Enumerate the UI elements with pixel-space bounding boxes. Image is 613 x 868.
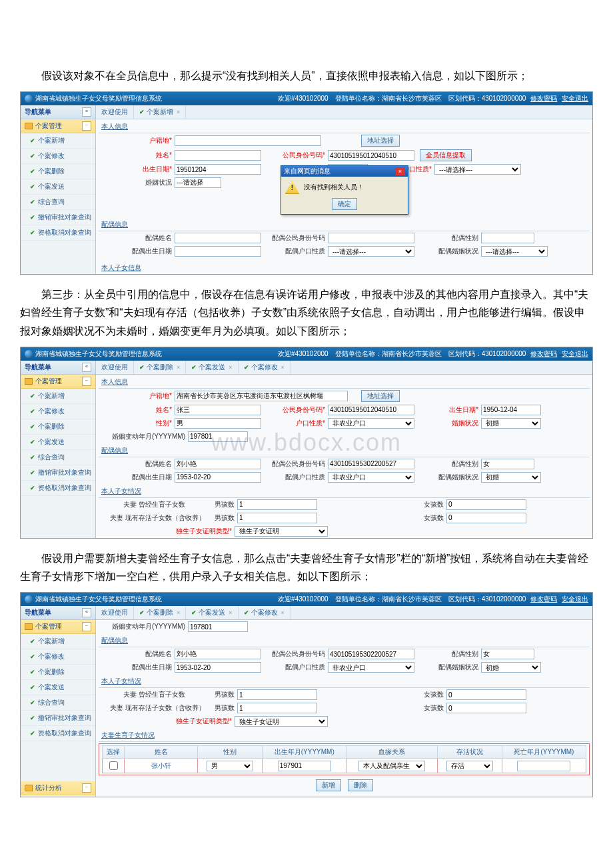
- logout-link[interactable]: 安全退出: [562, 595, 588, 603]
- girls2-input[interactable]: [446, 513, 526, 523]
- nav-revoke[interactable]: ✔撤销审批对象查询: [21, 711, 95, 726]
- nav-edit[interactable]: ✔个案修改: [21, 649, 95, 665]
- addr-select-button[interactable]: 地址选择: [361, 390, 400, 402]
- marriage-change-input[interactable]: [188, 621, 248, 632]
- nav-cancel[interactable]: ✔资格取消对象查询: [21, 481, 95, 496]
- nav-send[interactable]: ✔个案发送: [21, 179, 95, 195]
- child-relation-select[interactable]: 本人及配偶亲生: [358, 761, 425, 771]
- nav-menu-header[interactable]: 导航菜单«: [21, 105, 95, 119]
- nav-edit[interactable]: ✔个案修改: [21, 404, 95, 419]
- tab-edit[interactable]: ✔个案修改×: [239, 606, 291, 619]
- close-icon[interactable]: ×: [177, 109, 180, 115]
- spouse-sex-input[interactable]: [481, 459, 534, 469]
- nav-delete[interactable]: ✔个案删除: [21, 665, 95, 680]
- spouse-name-input[interactable]: [175, 233, 261, 243]
- change-password-link[interactable]: 修改密码: [530, 95, 557, 102]
- marriage-select[interactable]: 初婚: [481, 418, 541, 429]
- child-status-select[interactable]: 存活: [446, 761, 493, 771]
- add-row-button[interactable]: 新增: [316, 779, 341, 791]
- nav-query[interactable]: ✔综合查询: [21, 695, 95, 711]
- nav-menu-header[interactable]: 导航菜单«: [21, 361, 95, 375]
- stats-header[interactable]: 统计分析−: [21, 781, 95, 795]
- tab-add[interactable]: ✔个案新增×: [134, 105, 186, 119]
- spouse-hukou-select[interactable]: 非农业户口: [328, 662, 414, 673]
- birth-input[interactable]: [481, 405, 541, 415]
- spouse-id-input[interactable]: [328, 459, 414, 469]
- marriage-change-input[interactable]: [188, 431, 248, 442]
- collapse-icon[interactable]: −: [82, 121, 91, 131]
- nav-revoke[interactable]: ✔撤销审批对象查询: [21, 210, 95, 225]
- collapse-icon[interactable]: −: [82, 622, 91, 631]
- tab-send[interactable]: ✔个案发送×: [186, 606, 238, 619]
- change-password-link[interactable]: 修改密码: [530, 350, 557, 357]
- spouse-sex-input[interactable]: [481, 649, 534, 659]
- collapse-icon[interactable]: −: [82, 377, 91, 386]
- girls-input[interactable]: [446, 499, 526, 510]
- spouse-sex-input[interactable]: [481, 233, 534, 243]
- child-name-input[interactable]: [135, 761, 188, 771]
- close-icon[interactable]: ×: [396, 167, 405, 175]
- spouse-marriage-select[interactable]: 初婚: [481, 662, 541, 673]
- spouse-name-input[interactable]: [175, 459, 261, 469]
- close-icon[interactable]: ×: [281, 364, 285, 371]
- child-sex-select[interactable]: 男: [207, 761, 253, 771]
- close-icon[interactable]: ×: [281, 609, 285, 616]
- nav-revoke[interactable]: ✔撤销审批对象查询: [21, 465, 95, 481]
- spouse-marriage-select[interactable]: 初婚: [481, 472, 541, 483]
- name-input[interactable]: [175, 405, 261, 415]
- fetch-button[interactable]: 全员信息提取: [420, 149, 472, 161]
- spouse-hukou-select[interactable]: 非农业户口: [328, 472, 414, 483]
- spouse-birth-input[interactable]: [175, 472, 261, 483]
- tab-edit[interactable]: ✔个案修改×: [239, 361, 291, 374]
- delete-row-button[interactable]: 删除: [348, 779, 373, 791]
- nav-add[interactable]: ✔个案新增: [21, 634, 95, 649]
- sex-input[interactable]: [175, 418, 261, 429]
- tab-delete[interactable]: ✔个案删除×: [134, 361, 186, 374]
- nav-delete[interactable]: ✔个案删除: [21, 419, 95, 435]
- nav-cancel[interactable]: ✔资格取消对象查询: [21, 225, 95, 241]
- spouse-name-input[interactable]: [175, 649, 261, 659]
- nav-send[interactable]: ✔个案发送: [21, 435, 95, 450]
- girls-input[interactable]: [446, 689, 526, 700]
- nav-cancel[interactable]: ✔资格取消对象查询: [21, 726, 95, 741]
- nav-query[interactable]: ✔综合查询: [21, 195, 95, 210]
- nav-send[interactable]: ✔个案发送: [21, 680, 95, 695]
- collapse-icon[interactable]: «: [82, 608, 91, 617]
- close-icon[interactable]: ×: [177, 609, 180, 616]
- name-input[interactable]: [175, 150, 261, 161]
- case-mgmt-header[interactable]: 个案管理−: [21, 620, 95, 634]
- collapse-icon[interactable]: «: [82, 107, 91, 117]
- nav-edit[interactable]: ✔个案修改: [21, 149, 95, 164]
- birth-input[interactable]: [175, 164, 261, 175]
- logout-link[interactable]: 安全退出: [562, 95, 588, 102]
- huji-input[interactable]: [175, 391, 348, 401]
- row-checkbox[interactable]: [109, 761, 118, 770]
- collapse-icon[interactable]: −: [82, 783, 91, 793]
- nav-query[interactable]: ✔综合查询: [21, 450, 95, 465]
- tab-delete[interactable]: ✔个案删除×: [134, 606, 186, 619]
- tab-send[interactable]: ✔个案发送×: [186, 361, 238, 374]
- tab-welcome[interactable]: 欢迎使用: [96, 361, 134, 374]
- tab-welcome[interactable]: 欢迎使用: [96, 606, 134, 619]
- nav-delete[interactable]: ✔个案删除: [21, 164, 95, 179]
- close-icon[interactable]: ×: [229, 364, 232, 371]
- change-password-link[interactable]: 修改密码: [530, 595, 557, 603]
- logout-link[interactable]: 安全退出: [562, 350, 588, 357]
- cert-type-select[interactable]: 独生子女证明: [235, 716, 328, 727]
- collapse-icon[interactable]: «: [82, 363, 91, 372]
- id-input[interactable]: [328, 150, 414, 161]
- boys-input[interactable]: [237, 689, 317, 700]
- girls2-input[interactable]: [446, 703, 526, 713]
- marriage-input[interactable]: [175, 177, 221, 188]
- cert-type-select[interactable]: 独生子女证明: [235, 526, 328, 537]
- child-death-input[interactable]: [517, 761, 570, 771]
- boys2-input[interactable]: [237, 703, 317, 713]
- hukou-select[interactable]: 非农业户口: [328, 418, 414, 429]
- spouse-birth-input[interactable]: [175, 662, 261, 673]
- nav-menu-header[interactable]: 导航菜单«: [21, 606, 95, 620]
- boys-input[interactable]: [237, 499, 317, 510]
- spouse-birth-input[interactable]: [175, 246, 261, 257]
- spouse-id-input[interactable]: [328, 233, 414, 243]
- close-icon[interactable]: ×: [229, 609, 232, 616]
- case-mgmt-header[interactable]: 个案管理−: [21, 119, 95, 133]
